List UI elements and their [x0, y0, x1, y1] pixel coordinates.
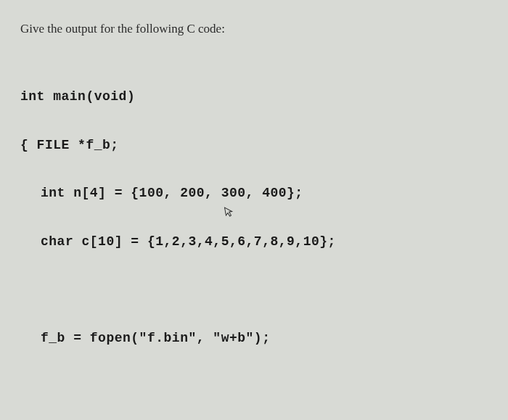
code-line: f_b = fopen("f.bin", "w+b"); [20, 326, 488, 350]
code-line: { FILE *f_b; [20, 133, 488, 157]
question-prompt: Give the output for the following C code… [20, 22, 488, 36]
code-block: int main(void) { FILE *f_b; int n[4] = {… [20, 61, 488, 420]
code-line: int n[4] = {100, 200, 300, 400}; [20, 181, 488, 205]
code-line: char c[10] = {1,2,3,4,5,6,7,8,9,10}; [20, 230, 488, 254]
code-blank-line [20, 375, 488, 399]
code-blank-line [20, 279, 488, 302]
code-line: int main(void) [20, 85, 488, 109]
